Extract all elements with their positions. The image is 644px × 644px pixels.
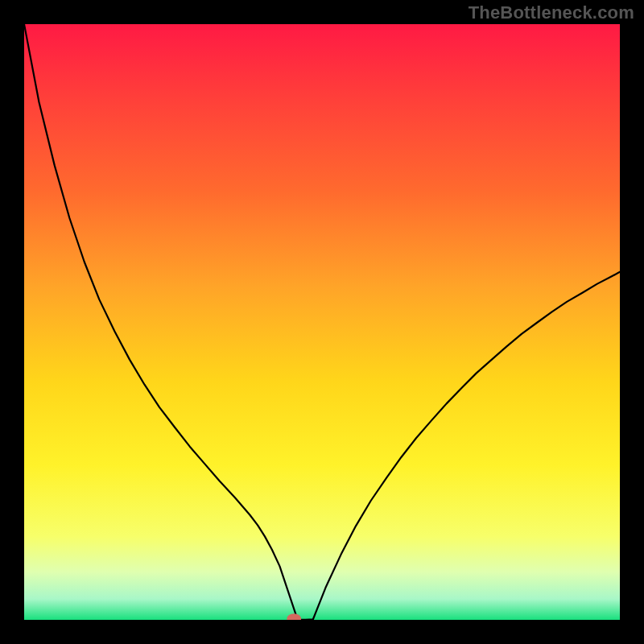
watermark-text: TheBottleneck.com [469,2,634,23]
chart-svg [24,24,620,620]
plot-area [24,24,620,620]
chart-outer: TheBottleneck.com [0,0,644,644]
gradient-background [24,24,620,620]
